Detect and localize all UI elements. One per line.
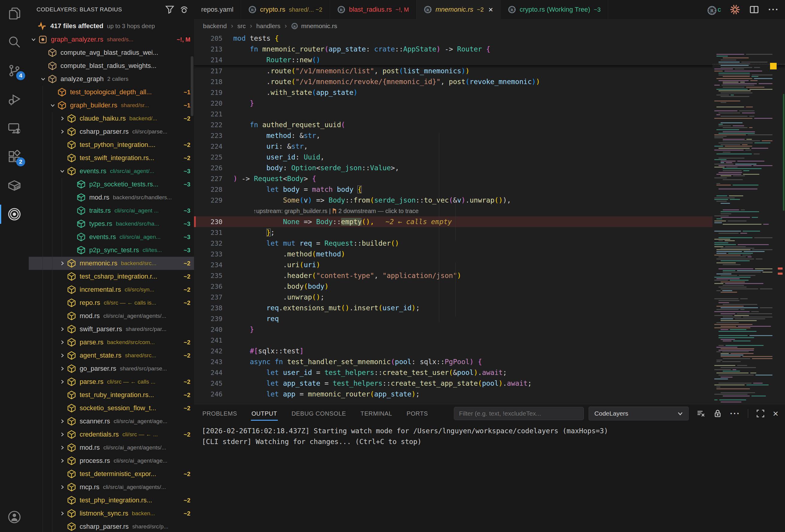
line-number[interactable]: 229 [194,196,233,204]
tree-item-compute_avg_blast_radius_wei...[interactable]: compute_avg_blast_radius_wei... [29,46,194,59]
chevron-right-icon[interactable] [57,444,67,451]
chevron-down-icon[interactable] [57,168,67,175]
tree-item-events.rs[interactable]: events.rscli/src/ai_agent/...~3 [29,165,194,178]
code-line-228[interactable]: 228 let body = match body { [194,184,713,195]
line-number[interactable]: 239 [194,315,233,323]
tree-item-parse.rs[interactable]: parse.rsbackend/src/com...~2 [29,336,194,349]
code-line-226[interactable]: 226 body: Option<serde_json::Value>, [194,162,713,173]
tree-item-graph_analyzer.rs[interactable]: graph_analyzer.rsshared/s...~!, M [29,33,194,46]
chevron-right-icon[interactable] [57,431,67,438]
tree-item-incremental.rs[interactable]: incremental.rscli/src/syn...~2 [29,283,194,296]
filter-icon[interactable] [165,5,174,14]
chevron-right-icon[interactable] [57,484,67,490]
code-line-217[interactable]: 217 .route("/v1/mnemonic/list", post(lis… [194,65,713,76]
line-number[interactable]: 243 [194,358,233,366]
code-line-238[interactable]: 238 req.extensions_mut().insert(user_id)… [194,302,713,313]
tree-item-test_php_integration.rs...[interactable]: test_php_integration.rs...~2 [29,494,194,507]
code-line-205[interactable]: 205mod tests { [194,33,713,44]
tree-item-credentials.rs[interactable]: credentials.rscli/src — ← ...~2 [29,428,194,441]
code-line-214[interactable]: 214 Router::new() [194,54,713,65]
code-line-242[interactable]: 242 #[sqlx::test] [194,346,713,356]
output-channel-dropdown[interactable]: CodeLayers [589,407,689,420]
tree-item-test_deterministic_expor...[interactable]: test_deterministic_expor...~2 [29,468,194,481]
line-number[interactable]: 221 [194,110,233,118]
line-number[interactable]: 238 [194,304,233,312]
tree-item-mod.rs[interactable]: mod.rsbackend/src/handlers... [29,191,194,204]
calls-hint[interactable]: ~2 ← calls empty [377,218,452,225]
chevron-right-icon[interactable] [57,326,67,332]
tab-repos.yaml[interactable]: repos.yaml [194,0,241,19]
line-number[interactable]: 214 [194,56,233,64]
code-line-235[interactable]: 235 .header("content-type", "application… [194,270,713,281]
panel-tab-output[interactable]: OUTPUT [251,407,278,421]
split-editor-icon[interactable] [749,4,759,15]
tree-item-mcp.rs[interactable]: mcp.rscli/src/ai_agent/agents/... [29,481,194,494]
chevron-down-icon[interactable] [29,36,38,43]
panel-tab-ports[interactable]: PORTS [406,407,429,421]
tree-item-traits.rs[interactable]: traits.rscli/src/ai_agent ...~3 [29,204,194,217]
code-line-220[interactable]: 220 } [194,98,713,109]
line-number[interactable]: 237 [194,294,233,301]
tab-crypto.rsWorkingTree[interactable]: Rcrypto.rs (Working Tree)~3 [501,0,608,19]
code-line-234[interactable]: 234 .uri(uri) [194,259,713,270]
panel-tab-debug-console[interactable]: DEBUG CONSOLE [291,407,347,421]
tree-item-listmonk_sync.rs[interactable]: listmonk_sync.rsbacken...~2 [29,507,194,520]
code-line-231[interactable]: 231 }; [194,227,713,238]
tree-item-process.rs[interactable]: process.rscli/src/ai_agent/age... [29,454,194,468]
tree-item-csharp_parser.rs[interactable]: csharp_parser.rscli/src/parse... [29,125,194,138]
line-number[interactable]: 231 [194,229,233,236]
chevron-right-icon[interactable] [57,115,67,122]
code-line-237[interactable]: 237 .unwrap(); [194,292,713,302]
sidebar-scrollbar[interactable] [191,56,194,116]
more-actions-icon[interactable]: ··· [768,4,779,15]
line-number[interactable]: 223 [194,132,233,139]
line-number[interactable]: 224 [194,143,233,150]
line-number[interactable]: 225 [194,154,233,161]
tree-item-go_parser.rs[interactable]: go_parser.rsshared/src/parse... [29,362,194,375]
code-line-240[interactable]: 240 } [194,324,713,335]
containers-icon[interactable] [0,172,29,199]
code-line-227[interactable]: 227) -> Request<Body> { [194,173,713,184]
code-line-244[interactable]: 244 let user_id = test_helpers::create_t… [194,367,713,378]
code-area[interactable]: 217 .route("/v1/mnemonic/list", post(lis… [194,65,785,399]
tree-item-compute_blast_radius_weights...[interactable]: compute_blast_radius_weights... [29,59,194,73]
line-number[interactable]: 232 [194,240,233,247]
code-line-243[interactable]: 243 async fn test_handler_set_mnemonic(p… [194,356,713,367]
line-number[interactable]: 217 [194,67,233,75]
code-line-245[interactable]: 245 let app_state = test_helpers::create… [194,378,713,389]
line-number[interactable]: 219 [194,89,233,96]
breadcrumb-file[interactable]: R mnemonic.rs [291,22,337,30]
line-number[interactable]: 241 [194,337,233,344]
overview-ruler[interactable] [776,52,785,404]
tree-item-claude_haiku.rs[interactable]: claude_haiku.rsbackend/...~2 [29,112,194,125]
breadcrumb-part[interactable]: backend [203,22,227,30]
tree-item-socketio_session_flow_t...[interactable]: socketio_session_flow_t...~2 [29,402,194,415]
tree-item-types.rs[interactable]: types.rsbackend/src/ha...~3 [29,217,194,231]
chevron-right-icon[interactable] [57,260,67,267]
tree-item-scanner.rs[interactable]: scanner.rscli/src/ai_agent/age... [29,415,194,428]
panel-tab-problems[interactable]: PROBLEMS [202,407,238,421]
maximize-panel-icon[interactable] [756,409,765,418]
code-line-225[interactable]: 225 user_id: Uuid, [194,152,713,162]
code-line-224[interactable]: 224 uri: &str, [194,141,713,152]
chevron-down-icon[interactable] [38,76,48,82]
tree-item-mod.rs[interactable]: mod.rscli/src/ai_agent/agents/... [29,441,194,454]
trace-annotation[interactable]: ↑upstream: graph_builder.rs | 2 downstre… [194,206,713,216]
extensions-icon[interactable]: 2 [0,143,29,170]
tree-item-repo.rs[interactable]: repo.rscli/src — ← calls is...~2 [29,296,194,310]
breadcrumb-part[interactable]: src [237,22,246,30]
tree-item-graph_builder.rs[interactable]: graph_builder.rsshared/sr...~1 [29,99,194,112]
code-line-218[interactable]: 218 .route("/v1/mnemonic/revoke/{mnemoni… [194,76,713,87]
tree-item-parse.rs[interactable]: parse.rscli/src — ← calls ...~2 [29,375,194,389]
minimap[interactable] [713,52,776,404]
chevron-right-icon[interactable] [57,457,67,464]
claude-icon[interactable] [730,4,740,15]
tree-item-test_csharp_integration.r...[interactable]: test_csharp_integration.r...~2 [29,270,194,283]
code-line-241[interactable]: 241 [194,335,713,346]
line-number[interactable]: 235 [194,272,233,280]
tab-mnemonic.rs[interactable]: Rmnemonic.rs~2× [416,0,501,20]
search-icon[interactable] [0,28,29,56]
tree-item-p2p_sync_test.rs[interactable]: p2p_sync_test.rscli/tes...~3 [29,244,194,257]
lock-icon[interactable] [713,409,722,418]
source-control-icon[interactable]: 4 [0,57,29,84]
